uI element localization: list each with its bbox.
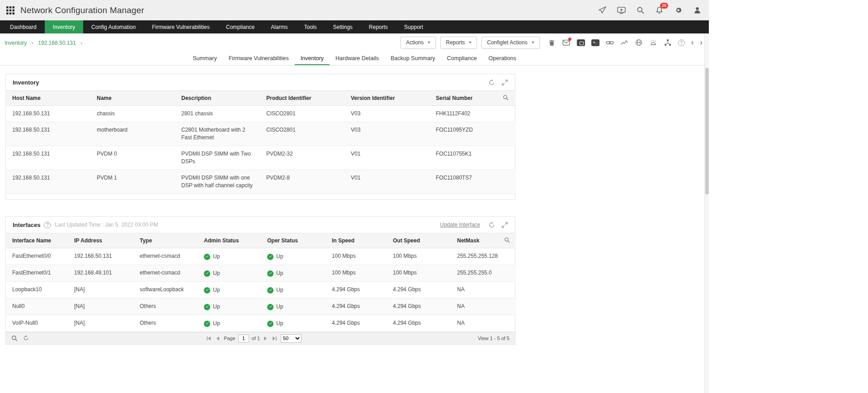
actions-dropdown-button[interactable]: Actions [401, 37, 436, 49]
subtab-operations[interactable]: Operations [483, 52, 522, 65]
breadcrumb-device-link[interactable]: 192.168.50.131 [38, 40, 75, 46]
cell-interface-name: Loopback10 [6, 282, 68, 298]
cell-serial-number: FOC110755K1 [429, 146, 498, 170]
scrollbar-thumb[interactable] [705, 68, 709, 194]
interfaces-panel-header: Interfaces Last Updated Time : Jan 5, 20… [6, 217, 515, 233]
cell-ip-address: [NA] [68, 298, 133, 315]
settings-icon[interactable] [674, 6, 683, 14]
apps-grid-icon[interactable] [6, 6, 14, 14]
expand-icon[interactable] [501, 222, 508, 228]
videos-icon[interactable] [617, 6, 626, 14]
subtab-inventory[interactable]: Inventory [295, 52, 330, 65]
nav-tab-inventory[interactable]: Inventory [45, 20, 83, 33]
page-size-select[interactable]: 50 [281, 334, 302, 343]
telnet-terminal-icon[interactable] [591, 38, 599, 47]
search-icon[interactable] [11, 335, 18, 341]
nav-tab-dashboard[interactable]: Dashboard [2, 20, 45, 33]
nav-tab-compliance[interactable]: Compliance [218, 20, 263, 33]
first-page-button[interactable] [206, 336, 212, 341]
cell-admin-status: Up [198, 315, 261, 332]
performance-icon[interactable] [620, 38, 628, 47]
cell-in-speed: 100 Mbps [326, 265, 387, 282]
breadcrumb-separator [80, 40, 82, 46]
cell-out-speed: 100 Mbps [387, 248, 451, 265]
delete-icon[interactable] [548, 38, 556, 47]
reports-dropdown-label: Reports [446, 39, 465, 46]
subtab-firmware-vulnerabilities[interactable]: Firmware Vulnerabilities [223, 52, 295, 65]
chevron-right-icon[interactable] [700, 38, 703, 47]
cell-product-identifier: PVDM2-8 [260, 170, 344, 194]
breadcrumb: Inventory 192.168.50.131 [5, 38, 85, 47]
cell-name: PVDM 0 [90, 146, 175, 170]
ssh-terminal-icon[interactable] [577, 38, 585, 47]
subtab-hardware-details[interactable]: Hardware Details [330, 52, 385, 65]
user-icon[interactable] [693, 6, 702, 14]
cell-product-identifier: CISCO2801 [260, 106, 344, 122]
prev-page-button[interactable] [215, 336, 221, 341]
nav-tab-support[interactable]: Support [396, 20, 431, 33]
main-content: Inventory Host Name Name Descript [0, 66, 709, 345]
status-up-icon [267, 287, 274, 294]
cell-serial-number: FOC11080TS7 [429, 170, 498, 194]
cell-netmask: 255.255.255.128 [451, 248, 500, 265]
nav-tab-alarms[interactable]: Alarms [263, 20, 296, 33]
table-row: VoIP-Null0 [NA] Others Up Up 4.294 Gbps … [6, 315, 516, 332]
cell-in-speed: 4.294 Gbps [326, 315, 387, 332]
breadcrumb-inventory-link[interactable]: Inventory [5, 40, 27, 46]
update-interface-link[interactable]: Update Interface [440, 222, 480, 228]
refresh-icon[interactable] [23, 335, 29, 341]
cell-interface-name: Null0 [6, 298, 68, 315]
inventory-panel: Inventory Host Name Name Descript [5, 74, 515, 200]
page-input[interactable] [238, 335, 249, 342]
actions-dropdown-label: Actions [406, 39, 424, 46]
cell-netmask: NA [451, 298, 500, 315]
cell-type: softwareLoopback [133, 282, 198, 298]
cell-name: chassis [90, 106, 175, 122]
link-icon[interactable] [606, 38, 614, 47]
nav-tab-config-automation[interactable]: Config Automation [83, 20, 144, 33]
send-icon[interactable] [598, 6, 607, 14]
alarm-icon[interactable] [649, 38, 657, 47]
mail-icon[interactable] [562, 38, 571, 47]
subtab-summary[interactable]: Summary [187, 52, 222, 65]
column-header: Serial Number [429, 91, 498, 106]
configlet-actions-dropdown-button[interactable]: Configlet Actions [481, 37, 539, 49]
cell-interface-name: VoIP-Null0 [6, 315, 68, 332]
subtab-compliance[interactable]: Compliance [441, 52, 483, 65]
interfaces-help-icon[interactable] [44, 222, 51, 228]
cell-out-speed: 100 Mbps [387, 265, 451, 282]
vertical-scrollbar [704, 33, 709, 393]
cell-oper-status: Up [261, 315, 326, 332]
column-header: Host Name [6, 91, 90, 106]
cell-ip-address: [NA] [68, 315, 133, 332]
refresh-icon[interactable] [488, 222, 495, 228]
topology-icon[interactable] [664, 38, 672, 47]
next-page-button[interactable] [263, 336, 269, 341]
reports-dropdown-button[interactable]: Reports [440, 37, 477, 49]
nav-tab-reports[interactable]: Reports [361, 20, 396, 33]
globe-icon[interactable] [635, 38, 643, 47]
cell-host-name: 192.168.50.131 [6, 170, 90, 194]
nav-tab-firmware-vulnerabilities[interactable]: Firmware Vulnerabilities [144, 20, 218, 33]
expand-icon[interactable] [501, 79, 508, 86]
table-search-icon[interactable] [504, 237, 510, 243]
chevron-left-icon[interactable] [691, 38, 694, 47]
nav-tab-tools[interactable]: Tools [296, 20, 325, 33]
table-search-icon[interactable] [503, 95, 509, 100]
subtab-backup-summary[interactable]: Backup Summary [385, 52, 441, 65]
cell-out-speed: 4.294 Gbps [387, 282, 451, 298]
cell-host-name: 192.168.50.131 [6, 146, 90, 170]
refresh-icon[interactable] [488, 79, 495, 86]
nav-tab-settings[interactable]: Settings [325, 20, 360, 33]
notifications-icon[interactable]: 29 [655, 6, 664, 14]
search-icon[interactable] [636, 6, 645, 14]
table-row: Null0 [NA] Others Up Up 4.294 Gbps 4.294… [6, 298, 516, 315]
column-header: IP Address [68, 233, 133, 248]
status-up-icon [204, 287, 210, 294]
cell-oper-status: Up [261, 265, 326, 282]
cell-description: 2801 chassis [175, 106, 260, 122]
cell-product-identifier: PVDM2-32 [260, 146, 344, 170]
last-page-button[interactable] [272, 336, 278, 341]
help-icon[interactable] [678, 39, 685, 46]
cell-interface-name: FastEthernet0/0 [6, 248, 68, 265]
